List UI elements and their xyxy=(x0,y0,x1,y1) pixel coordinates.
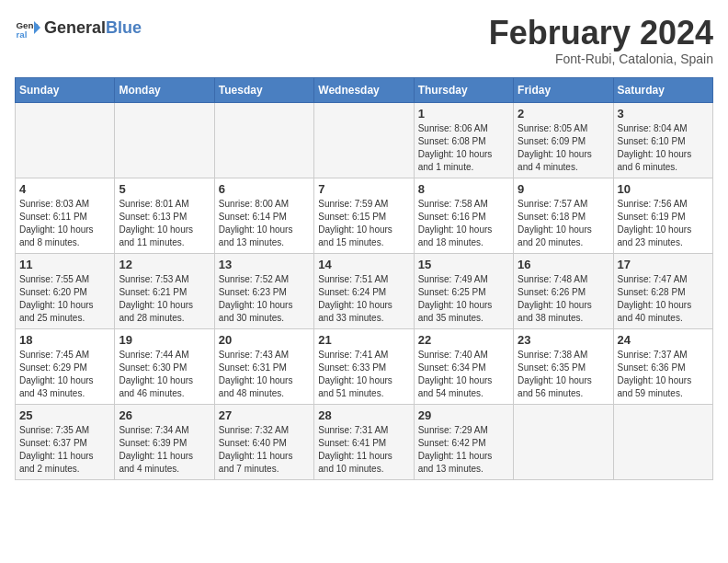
header: Gene ral GeneralBlue February 2024 Font-… xyxy=(15,15,713,66)
day-cell: 12Sunrise: 7:53 AM Sunset: 6:21 PM Dayli… xyxy=(115,253,214,328)
day-number: 16 xyxy=(518,258,609,271)
header-cell-thursday: Thursday xyxy=(414,77,513,102)
day-cell: 22Sunrise: 7:40 AM Sunset: 6:34 PM Dayli… xyxy=(414,328,513,404)
day-number: 18 xyxy=(19,333,110,347)
day-number: 7 xyxy=(318,182,409,196)
day-detail: Sunrise: 8:00 AM Sunset: 6:14 PM Dayligh… xyxy=(219,199,293,247)
header-cell-wednesday: Wednesday xyxy=(314,77,414,102)
day-number: 12 xyxy=(119,258,210,271)
day-detail: Sunrise: 8:03 AM Sunset: 6:11 PM Dayligh… xyxy=(19,199,94,247)
day-number: 4 xyxy=(19,182,110,196)
day-cell: 15Sunrise: 7:49 AM Sunset: 6:25 PM Dayli… xyxy=(414,253,513,328)
day-cell: 25Sunrise: 7:35 AM Sunset: 6:37 PM Dayli… xyxy=(16,404,115,479)
day-number: 21 xyxy=(318,333,409,347)
day-detail: Sunrise: 7:57 AM Sunset: 6:18 PM Dayligh… xyxy=(518,199,592,247)
day-detail: Sunrise: 7:52 AM Sunset: 6:23 PM Dayligh… xyxy=(219,274,293,323)
day-cell: 4Sunrise: 8:03 AM Sunset: 6:11 PM Daylig… xyxy=(16,178,115,253)
week-row-0: 1Sunrise: 8:06 AM Sunset: 6:08 PM Daylig… xyxy=(16,102,713,178)
day-cell: 5Sunrise: 8:01 AM Sunset: 6:13 PM Daylig… xyxy=(115,178,214,253)
week-row-4: 25Sunrise: 7:35 AM Sunset: 6:37 PM Dayli… xyxy=(16,404,713,479)
header-cell-monday: Monday xyxy=(115,77,214,102)
day-number: 5 xyxy=(119,182,210,196)
day-number: 27 xyxy=(219,408,310,422)
day-cell xyxy=(214,102,313,178)
day-detail: Sunrise: 7:59 AM Sunset: 6:15 PM Dayligh… xyxy=(318,199,392,247)
day-cell: 3Sunrise: 8:04 AM Sunset: 6:10 PM Daylig… xyxy=(613,102,712,178)
day-detail: Sunrise: 8:05 AM Sunset: 6:09 PM Dayligh… xyxy=(518,123,592,172)
day-number: 13 xyxy=(219,258,310,271)
day-number: 22 xyxy=(418,333,509,347)
day-detail: Sunrise: 7:44 AM Sunset: 6:30 PM Dayligh… xyxy=(119,350,193,398)
day-detail: Sunrise: 7:48 AM Sunset: 6:26 PM Dayligh… xyxy=(518,274,592,323)
day-cell: 13Sunrise: 7:52 AM Sunset: 6:23 PM Dayli… xyxy=(214,253,313,328)
day-number: 24 xyxy=(618,333,709,347)
day-number: 8 xyxy=(418,182,509,196)
day-number: 10 xyxy=(618,182,709,196)
day-cell: 28Sunrise: 7:31 AM Sunset: 6:41 PM Dayli… xyxy=(314,404,414,479)
day-detail: Sunrise: 7:40 AM Sunset: 6:34 PM Dayligh… xyxy=(418,350,493,398)
day-cell: 9Sunrise: 7:57 AM Sunset: 6:18 PM Daylig… xyxy=(514,178,613,253)
day-cell: 19Sunrise: 7:44 AM Sunset: 6:30 PM Dayli… xyxy=(115,328,214,404)
day-detail: Sunrise: 7:41 AM Sunset: 6:33 PM Dayligh… xyxy=(318,350,392,398)
day-detail: Sunrise: 8:04 AM Sunset: 6:10 PM Dayligh… xyxy=(618,123,692,172)
day-cell: 10Sunrise: 7:56 AM Sunset: 6:19 PM Dayli… xyxy=(613,178,712,253)
day-detail: Sunrise: 7:29 AM Sunset: 6:42 PM Dayligh… xyxy=(418,425,493,474)
day-cell: 20Sunrise: 7:43 AM Sunset: 6:31 PM Dayli… xyxy=(214,328,313,404)
header-cell-sunday: Sunday xyxy=(16,77,115,102)
header-row: SundayMondayTuesdayWednesdayThursdayFrid… xyxy=(16,77,713,102)
day-detail: Sunrise: 8:06 AM Sunset: 6:08 PM Dayligh… xyxy=(418,123,493,172)
day-detail: Sunrise: 7:43 AM Sunset: 6:31 PM Dayligh… xyxy=(219,350,293,398)
header-cell-friday: Friday xyxy=(514,77,613,102)
day-cell: 1Sunrise: 8:06 AM Sunset: 6:08 PM Daylig… xyxy=(414,102,513,178)
day-cell xyxy=(115,102,214,178)
day-cell: 29Sunrise: 7:29 AM Sunset: 6:42 PM Dayli… xyxy=(414,404,513,479)
calendar-body: 1Sunrise: 8:06 AM Sunset: 6:08 PM Daylig… xyxy=(16,102,713,479)
day-detail: Sunrise: 7:34 AM Sunset: 6:39 PM Dayligh… xyxy=(119,425,193,474)
logo-blue-text: Blue xyxy=(106,18,142,38)
day-cell: 26Sunrise: 7:34 AM Sunset: 6:39 PM Dayli… xyxy=(115,404,214,479)
logo: Gene ral GeneralBlue xyxy=(15,15,142,40)
day-number: 20 xyxy=(219,333,310,347)
title-area: February 2024 Font-Rubi, Catalonia, Spai… xyxy=(489,15,713,66)
day-detail: Sunrise: 7:32 AM Sunset: 6:40 PM Dayligh… xyxy=(219,425,293,474)
day-cell: 2Sunrise: 8:05 AM Sunset: 6:09 PM Daylig… xyxy=(514,102,613,178)
day-number: 17 xyxy=(618,258,709,271)
week-row-2: 11Sunrise: 7:55 AM Sunset: 6:20 PM Dayli… xyxy=(16,253,713,328)
day-cell: 11Sunrise: 7:55 AM Sunset: 6:20 PM Dayli… xyxy=(16,253,115,328)
day-number: 23 xyxy=(518,333,609,347)
day-number: 14 xyxy=(318,258,409,271)
day-cell: 8Sunrise: 7:58 AM Sunset: 6:16 PM Daylig… xyxy=(414,178,513,253)
day-cell xyxy=(314,102,414,178)
day-cell: 16Sunrise: 7:48 AM Sunset: 6:26 PM Dayli… xyxy=(514,253,613,328)
logo-icon: Gene ral xyxy=(15,15,40,40)
day-cell xyxy=(16,102,115,178)
day-number: 15 xyxy=(418,258,509,271)
header-cell-tuesday: Tuesday xyxy=(214,77,313,102)
day-cell: 14Sunrise: 7:51 AM Sunset: 6:24 PM Dayli… xyxy=(314,253,414,328)
day-number: 2 xyxy=(518,107,609,121)
day-cell: 18Sunrise: 7:45 AM Sunset: 6:29 PM Dayli… xyxy=(16,328,115,404)
day-detail: Sunrise: 7:31 AM Sunset: 6:41 PM Dayligh… xyxy=(318,425,392,474)
day-cell xyxy=(613,404,712,479)
day-cell xyxy=(514,404,613,479)
day-cell: 6Sunrise: 8:00 AM Sunset: 6:14 PM Daylig… xyxy=(214,178,313,253)
day-detail: Sunrise: 7:47 AM Sunset: 6:28 PM Dayligh… xyxy=(618,274,692,323)
day-number: 3 xyxy=(618,107,709,121)
day-number: 26 xyxy=(119,408,210,422)
day-detail: Sunrise: 7:38 AM Sunset: 6:35 PM Dayligh… xyxy=(518,350,592,398)
day-detail: Sunrise: 7:37 AM Sunset: 6:36 PM Dayligh… xyxy=(618,350,692,398)
day-detail: Sunrise: 7:55 AM Sunset: 6:20 PM Dayligh… xyxy=(19,274,94,323)
day-number: 29 xyxy=(418,408,509,422)
day-number: 28 xyxy=(318,408,409,422)
day-number: 1 xyxy=(418,107,509,121)
day-number: 25 xyxy=(19,408,110,422)
day-number: 9 xyxy=(518,182,609,196)
day-cell: 21Sunrise: 7:41 AM Sunset: 6:33 PM Dayli… xyxy=(314,328,414,404)
svg-text:ral: ral xyxy=(16,29,27,40)
week-row-3: 18Sunrise: 7:45 AM Sunset: 6:29 PM Dayli… xyxy=(16,328,713,404)
header-cell-saturday: Saturday xyxy=(613,77,712,102)
day-cell: 23Sunrise: 7:38 AM Sunset: 6:35 PM Dayli… xyxy=(514,328,613,404)
day-number: 11 xyxy=(19,258,110,271)
subtitle: Font-Rubi, Catalonia, Spain xyxy=(489,52,713,66)
calendar-header: SundayMondayTuesdayWednesdayThursdayFrid… xyxy=(16,77,713,102)
